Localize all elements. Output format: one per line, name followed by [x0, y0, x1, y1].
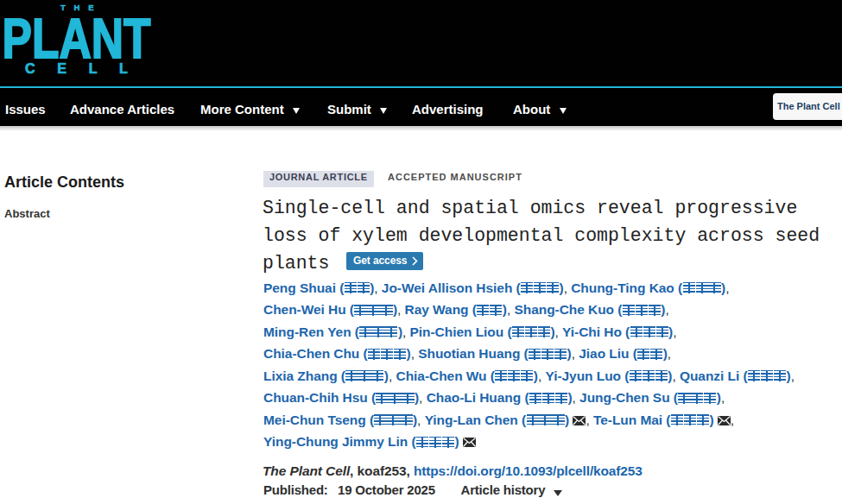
- svg-text:PLANT: PLANT: [3, 12, 151, 64]
